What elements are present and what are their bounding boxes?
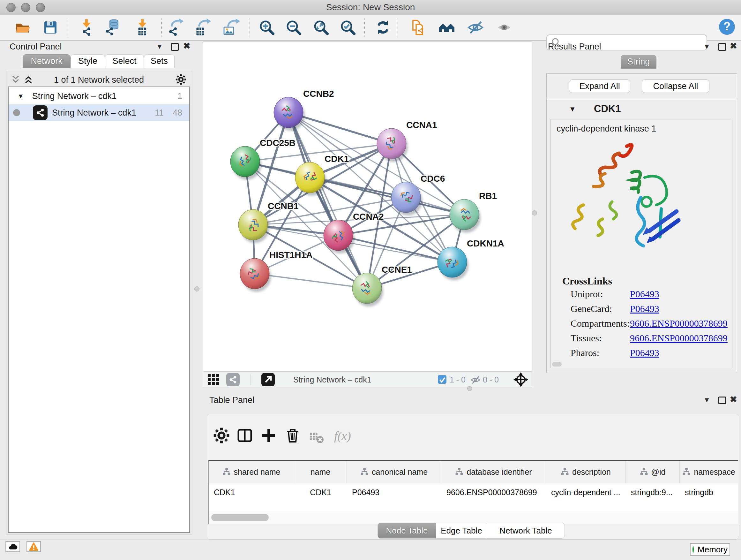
column-header-canonical-name[interactable]: canonical name <box>347 461 441 483</box>
tab-sets[interactable]: Sets <box>144 54 175 68</box>
collapse-all-button[interactable]: Collapse All <box>642 79 710 93</box>
network-row[interactable]: String Network – cdk1 11 48 <box>9 105 189 121</box>
cell-name[interactable]: CDK1 <box>294 483 347 501</box>
mini-scrollbar-thumb[interactable] <box>552 362 562 367</box>
node-table: shared name name canonical name database… <box>208 460 738 524</box>
table-panel-collapse-icon[interactable]: ▼ <box>703 396 711 404</box>
network-list-gear-icon[interactable] <box>175 74 187 85</box>
column-header-database-identifier[interactable]: database identifier <box>441 461 546 483</box>
open-session-button[interactable] <box>13 18 31 37</box>
save-session-button[interactable] <box>42 18 59 37</box>
table-settings-button[interactable] <box>212 427 230 445</box>
export-image-button[interactable] <box>222 18 240 37</box>
control-panel-collapse-icon[interactable]: ▼ <box>156 43 163 51</box>
cell-id[interactable]: stringdb:9... <box>626 483 680 501</box>
network-node-ccna1[interactable]: CCNA1 <box>377 120 437 159</box>
network-collection-label: String Network – cdk1 <box>32 91 117 101</box>
show-all-button[interactable] <box>495 18 513 37</box>
export-image-icon <box>222 18 240 37</box>
crosslink-compartments-link[interactable]: 9606.ENSP00000378699 <box>630 318 728 329</box>
cell-canonical-name[interactable]: P06493 <box>347 483 441 501</box>
open-in-window-icon[interactable] <box>261 373 275 386</box>
crosslink-pharos-link[interactable]: P06493 <box>630 348 659 358</box>
network-node-rb1[interactable]: RB1 <box>450 191 497 230</box>
left-splitter-handle[interactable] <box>194 287 199 292</box>
control-panel-close-icon[interactable]: ✖ <box>183 42 191 50</box>
tab-select[interactable]: Select <box>105 54 144 68</box>
share-network-file-button[interactable] <box>409 18 427 37</box>
scrollbar-thumb[interactable] <box>211 514 269 521</box>
zoom-out-button[interactable] <box>285 18 302 37</box>
expand-all-button[interactable]: Expand All <box>569 79 630 93</box>
column-header-name[interactable]: name <box>294 461 347 483</box>
export-table-button[interactable] <box>194 18 212 37</box>
network-edge-count: 48 <box>173 108 182 118</box>
export-network-button[interactable] <box>167 18 185 37</box>
tab-network[interactable]: Network <box>23 54 71 68</box>
tab-node-table[interactable]: Node Table <box>378 523 436 539</box>
network-edge[interactable] <box>255 273 367 288</box>
cell-description[interactable]: cyclin-dependent ... <box>546 483 626 501</box>
crosslink-tissues-link[interactable]: 9606.ENSP00000378699 <box>630 333 728 344</box>
zoom-fit-button[interactable] <box>312 18 330 37</box>
network-edge[interactable] <box>288 112 367 288</box>
network-node-cdkn1a[interactable]: CDKN1A <box>437 239 504 277</box>
grid-view-icon[interactable] <box>208 374 220 386</box>
zoom-selected-button[interactable] <box>339 18 357 37</box>
import-network-from-database-button[interactable] <box>105 18 122 37</box>
right-splitter-handle[interactable] <box>532 210 537 215</box>
gene-collapse-icon[interactable]: ▼ <box>569 105 576 113</box>
results-panel-collapse-icon[interactable]: ▼ <box>703 43 711 51</box>
show-columns-button[interactable] <box>236 427 254 445</box>
import-table-from-file-button[interactable] <box>133 18 151 37</box>
crosslink-uniprot-link[interactable]: P06493 <box>630 289 659 300</box>
network-edge[interactable] <box>338 235 452 262</box>
delete-table-button[interactable] <box>308 428 326 446</box>
network-canvas[interactable]: CCNB2CCNA1CDC25BCDK1CDC6RB1CCNB1CCNA2CDK… <box>203 42 532 372</box>
warnings-button[interactable] <box>26 541 41 552</box>
table-row[interactable]: CDK1 CDK1 P06493 9606.ENSP00000378699 cy… <box>209 483 738 501</box>
zoom-in-button[interactable] <box>258 18 276 37</box>
function-builder-button[interactable]: f(x) <box>334 429 351 443</box>
table-horizontal-scrollbar[interactable] <box>209 511 738 524</box>
tab-style[interactable]: Style <box>71 54 105 68</box>
bottom-splitter-handle[interactable] <box>467 386 472 391</box>
table-panel-float-button[interactable] <box>718 396 726 404</box>
hide-selected-button[interactable] <box>467 18 484 37</box>
column-header-shared-name[interactable]: shared name <box>209 461 294 483</box>
memory-button[interactable]: Memory <box>690 543 730 556</box>
houses-icon <box>438 18 456 37</box>
birdseye-navigator-icon[interactable] <box>514 372 528 387</box>
column-header-id[interactable]: @id <box>626 461 680 483</box>
delete-column-button[interactable] <box>284 427 301 445</box>
column-header-namespace[interactable]: namespace <box>680 461 738 483</box>
help-button[interactable]: ? <box>718 18 736 36</box>
crosslink-genecard-link[interactable]: P06493 <box>630 303 659 314</box>
network-share-icon[interactable] <box>226 373 240 386</box>
cell-namespace[interactable]: stringdb <box>680 483 738 501</box>
selected-checkbox-icon[interactable] <box>438 375 447 384</box>
tab-string[interactable]: String <box>621 55 657 69</box>
tree-expand-icon[interactable]: ▼ <box>17 92 24 100</box>
table-empty-area <box>209 501 738 511</box>
home-networks-button[interactable] <box>438 18 456 37</box>
network-node-hist1h1a[interactable]: HIST1H1A <box>240 250 313 289</box>
node-label-cdkn1a: CDKN1A <box>467 239 504 248</box>
hidden-eye-icon[interactable] <box>470 374 481 385</box>
control-panel-float-button[interactable] <box>171 43 179 51</box>
cloud-status-button[interactable] <box>5 541 20 552</box>
tab-network-table[interactable]: Network Table <box>487 523 565 539</box>
network-collection-row[interactable]: ▼ String Network – cdk1 1 <box>9 88 189 105</box>
tab-edge-table[interactable]: Edge Table <box>436 523 487 539</box>
hierarchy-icon <box>222 468 231 476</box>
results-panel-close-icon[interactable]: ✖ <box>730 42 737 50</box>
column-header-description[interactable]: description <box>546 461 626 483</box>
network-graph[interactable]: CCNB2CCNA1CDC25BCDK1CDC6RB1CCNB1CCNA2CDK… <box>203 42 532 371</box>
import-network-from-file-button[interactable] <box>77 18 95 37</box>
refresh-network-button[interactable] <box>374 18 392 37</box>
table-panel-close-icon[interactable]: ✖ <box>730 395 737 403</box>
add-column-button[interactable] <box>260 427 278 445</box>
cell-shared-name[interactable]: CDK1 <box>209 483 294 501</box>
cell-database-identifier[interactable]: 9606.ENSP00000378699 <box>441 483 546 501</box>
results-panel-float-button[interactable] <box>718 43 726 51</box>
